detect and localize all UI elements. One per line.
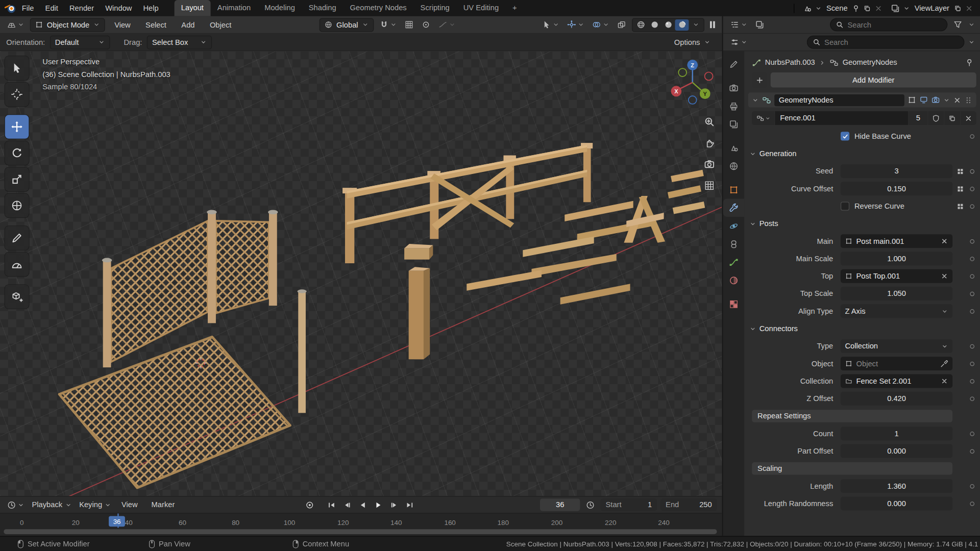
snap-settings-dropdown[interactable] [403,19,416,31]
mode-dropdown[interactable]: Object Mode [30,18,105,32]
add-menu[interactable]: Add [176,20,200,29]
transform-orientation-dropdown[interactable]: Global [320,18,374,32]
timeline-view-menu[interactable]: View [116,500,143,509]
proportional-editing-toggle[interactable] [420,19,433,31]
section-connectors[interactable]: Connectors [749,322,976,336]
main-post-object-field[interactable]: Post main.001 [841,234,952,248]
play-button[interactable] [371,499,385,511]
tab-output[interactable] [723,97,745,115]
cursor-tool[interactable] [5,83,29,107]
next-keyframe-button[interactable] [387,499,401,511]
breadcrumb-object[interactable]: NurbsPath.003 [765,58,815,67]
orientation-dropdown[interactable]: Default [50,35,110,49]
top-post-object-field[interactable]: Post Top.001 [841,269,952,283]
annotate-tool[interactable] [5,226,29,250]
options-dropdown[interactable]: Options [669,35,716,49]
menu-render[interactable]: Render [64,4,100,12]
node-group-name-field[interactable]: Fence.001 [775,111,908,125]
modifier-name-field[interactable]: GeometryNodes [774,94,904,106]
animate-decorator[interactable] [970,309,974,314]
move-tool[interactable] [5,115,29,139]
shading-solid-button[interactable] [648,19,662,30]
animate-decorator[interactable] [970,344,974,348]
xray-toggle[interactable] [615,19,628,31]
subpanel-repeat-settings[interactable]: Repeat Settings [752,410,952,422]
pan-button[interactable] [701,135,718,151]
unlink-node-group-button[interactable] [961,111,976,125]
breadcrumb-modifier[interactable]: GeometryNodes [843,58,897,67]
new-scene-icon[interactable] [863,4,871,12]
tab-object[interactable] [723,181,745,199]
object-menu[interactable]: Object [204,20,237,29]
shading-dropdown[interactable] [689,19,702,30]
shading-material-button[interactable] [662,19,675,30]
timeline-ruler[interactable]: 0 20 40 60 80 100 120 140 160 180 200 22… [0,513,722,528]
editor-type-3d-viewport[interactable] [5,19,27,31]
blender-logo-icon[interactable] [4,3,16,14]
keying-menu[interactable]: Keying [76,499,113,510]
jump-to-start-button[interactable] [325,499,339,511]
shading-wireframe-button[interactable] [634,19,648,30]
tab-texture[interactable] [723,295,745,313]
length-field[interactable]: 1.360 [841,479,952,493]
remove-viewlayer-icon[interactable] [965,4,973,12]
current-frame-field[interactable]: 36 [540,498,580,511]
pause-render-button[interactable] [708,20,717,29]
hide-base-curve-checkbox[interactable]: Hide Base Curve [841,132,911,140]
new-viewlayer-icon[interactable] [954,4,962,12]
tab-modeling[interactable]: Modeling [258,0,302,16]
duplicate-data-button[interactable] [944,111,960,125]
scene-selector[interactable]: Scene [799,4,886,13]
main-scale-field[interactable]: 1.000 [841,252,952,265]
outliner-display-mode[interactable] [753,19,767,31]
tab-uv-editing[interactable]: UV Editing [456,0,505,16]
animate-decorator[interactable] [970,449,974,454]
menu-file[interactable]: File [16,4,40,12]
select-menu[interactable]: Select [140,20,172,29]
pin-scene-icon[interactable] [852,4,860,12]
playback-menu[interactable]: Playback [29,499,74,510]
tab-geometry-nodes[interactable]: Geometry Nodes [343,0,413,16]
reverse-curve-checkbox[interactable]: Reverse Curve [841,202,904,211]
rotate-tool[interactable] [5,141,29,165]
tab-render[interactable] [723,79,745,97]
align-type-dropdown[interactable]: Z Axis [841,304,952,318]
tab-animation[interactable]: Animation [210,0,257,16]
tab-scene[interactable] [723,139,745,157]
tab-constraints[interactable] [723,235,745,253]
viewlayer-selector[interactable]: ViewLayer [888,4,976,13]
animate-decorator[interactable] [970,432,974,436]
tab-tool[interactable] [723,55,745,73]
part-offset-field[interactable]: 0.000 [841,444,952,458]
timeline-scrollbar[interactable] [4,529,717,534]
animate-decorator[interactable] [970,291,974,296]
play-reverse-button[interactable] [356,499,370,511]
edit-mode-display-toggle[interactable] [908,95,916,104]
curve-offset-field[interactable]: 0.150 [841,182,952,195]
animate-decorator[interactable] [970,169,974,173]
animate-decorator[interactable] [970,257,974,261]
animate-decorator[interactable] [970,274,974,279]
menu-window[interactable]: Window [100,4,137,12]
add-cube-tool[interactable] [5,285,29,309]
tab-physics[interactable] [723,217,745,235]
animate-decorator[interactable] [970,134,974,139]
add-workspace-button[interactable]: + [506,0,524,16]
connector-type-dropdown[interactable]: Collection [841,339,952,353]
show-overlays-dropdown[interactable] [590,19,611,31]
zoom-button[interactable] [701,114,718,130]
subpanel-scaling[interactable]: Scaling [752,462,952,474]
input-attribute-toggle-icon[interactable] [956,167,964,176]
render-display-toggle[interactable] [931,95,940,104]
add-modifier-button[interactable]: Add Modifier [771,72,976,87]
previous-keyframe-button[interactable] [340,499,354,511]
view-menu[interactable]: View [109,20,136,29]
transform-tool[interactable] [5,194,29,218]
outliner-search[interactable] [830,18,947,32]
measure-tool[interactable] [5,253,29,277]
snap-toggle[interactable] [378,19,399,31]
camera-view-button[interactable] [701,156,718,172]
tab-view-layer[interactable] [723,115,745,133]
shading-rendered-button[interactable] [675,19,689,30]
editor-type-timeline[interactable] [5,499,27,511]
